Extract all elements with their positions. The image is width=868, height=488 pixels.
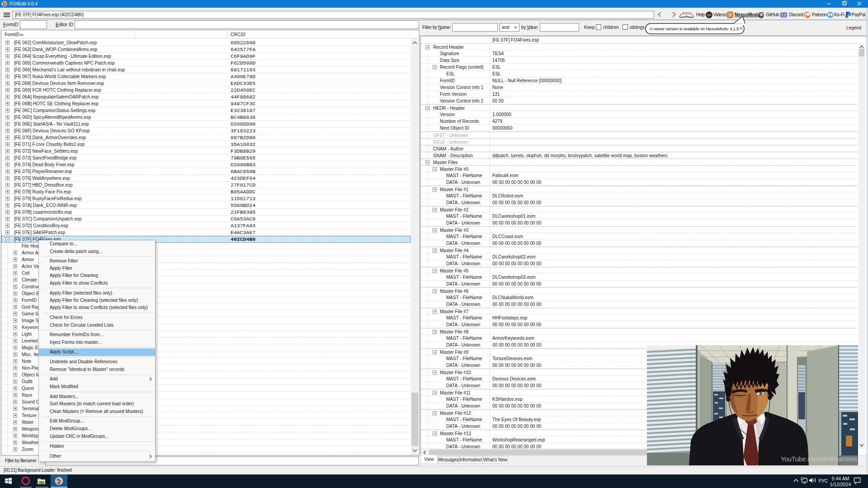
svg-text:YouTube.com/MHRcartoon: YouTube.com/MHRcartoon (781, 455, 857, 463)
svg-text:РУС: РУС (819, 479, 828, 483)
svg-text:A newer version is available o: A newer version is available on NexusMod… (650, 26, 739, 31)
